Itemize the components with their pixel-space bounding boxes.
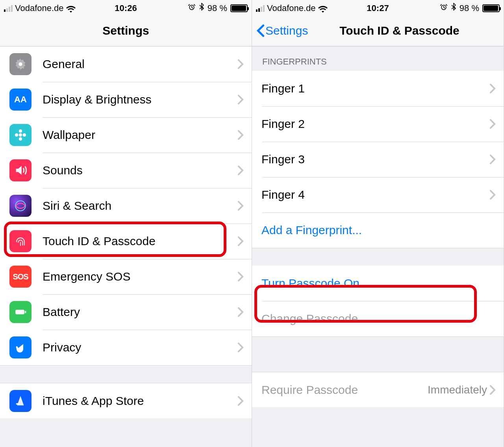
row-label: Wallpaper	[43, 128, 237, 142]
row-label: Turn Passcode On	[261, 277, 496, 290]
fingerprint-row[interactable]: Finger 1	[252, 71, 504, 106]
flower-icon	[9, 124, 32, 146]
settings-row-general[interactable]: General	[0, 46, 252, 82]
chevron-right-icon	[237, 130, 244, 140]
change-passcode-row[interactable]: Change Passcode	[252, 301, 504, 336]
row-label: Finger 2	[261, 117, 489, 131]
chevron-right-icon	[237, 236, 244, 246]
settings-row-siri[interactable]: Siri & Search	[0, 188, 252, 224]
settings-row-privacy[interactable]: Privacy	[0, 330, 252, 365]
chevron-right-icon	[489, 119, 496, 129]
fingerprint-row[interactable]: Finger 3	[252, 142, 504, 177]
svg-point-3	[19, 129, 22, 133]
back-label: Settings	[265, 24, 308, 37]
nav-bar: Settings Touch ID & Passcode	[252, 15, 504, 46]
row-label: Add a Fingerprint...	[261, 224, 496, 237]
row-value: Immediately	[428, 384, 487, 396]
svg-point-6	[23, 133, 26, 137]
fingerprint-row[interactable]: Finger 4	[252, 177, 504, 212]
fingerprints-list: Finger 1 Finger 2 Finger 3 Finger 4 Add …	[252, 71, 504, 248]
text-size-icon: AA	[9, 89, 32, 111]
wifi-icon	[318, 5, 328, 12]
clock: 10:26	[115, 3, 137, 13]
chevron-right-icon	[489, 190, 496, 200]
require-passcode-row[interactable]: Require Passcode Immediately	[252, 372, 504, 407]
settings-row-touchid[interactable]: Touch ID & Passcode	[0, 224, 252, 259]
alarm-icon	[440, 3, 448, 13]
back-button[interactable]: Settings	[257, 24, 308, 37]
chevron-right-icon	[237, 396, 244, 406]
settings-row-sos[interactable]: SOS Emergency SOS	[0, 259, 252, 294]
battery-percent: 98 %	[208, 3, 227, 13]
turn-passcode-on-row[interactable]: Turn Passcode On	[252, 266, 504, 301]
settings-row-sounds[interactable]: Sounds	[0, 153, 252, 188]
row-label: Require Passcode	[261, 383, 428, 397]
chevron-right-icon	[237, 59, 244, 69]
alarm-icon	[188, 3, 196, 13]
row-label: Sounds	[43, 164, 237, 177]
row-label: Battery	[43, 305, 237, 319]
svg-rect-9	[25, 311, 26, 313]
page-title: Settings	[0, 24, 252, 37]
battery-percent: 98 %	[460, 3, 479, 13]
status-bar: Vodafone.de 10:27 98 %	[252, 0, 504, 15]
speaker-icon	[9, 159, 32, 181]
settings-row-wallpaper[interactable]: Wallpaper	[0, 117, 252, 153]
row-label: Siri & Search	[43, 199, 237, 212]
siri-icon	[9, 195, 32, 217]
carrier-label: Vodafone.de	[15, 3, 64, 13]
battery-row-icon	[9, 301, 32, 323]
settings-list: General AA Display & Brightness Wallpape…	[0, 46, 252, 365]
status-bar: Vodafone.de 10:26 98 %	[0, 0, 252, 15]
svg-point-7	[15, 201, 26, 211]
settings-row-display[interactable]: AA Display & Brightness	[0, 82, 252, 117]
chevron-right-icon	[237, 94, 244, 105]
settings-root-pane: Vodafone.de 10:26 98 % Settings General	[0, 0, 252, 447]
chevron-right-icon	[237, 342, 244, 353]
row-label: Touch ID & Passcode	[43, 235, 237, 248]
chevron-right-icon	[489, 83, 496, 94]
section-gap	[0, 365, 252, 383]
hand-icon	[9, 336, 32, 358]
svg-rect-10	[16, 403, 20, 405]
bluetooth-icon	[199, 3, 204, 14]
svg-point-5	[15, 133, 19, 137]
chevron-right-icon	[237, 307, 244, 317]
svg-rect-8	[15, 310, 24, 314]
row-label: Finger 1	[261, 82, 489, 95]
settings-row-itunes[interactable]: iTunes & App Store	[0, 383, 252, 418]
nav-bar: Settings	[0, 15, 252, 46]
carrier-label: Vodafone.de	[267, 3, 316, 13]
row-label: Finger 3	[261, 153, 489, 166]
sos-icon: SOS	[9, 266, 32, 288]
row-label: iTunes & App Store	[43, 394, 237, 408]
chevron-right-icon	[237, 272, 244, 282]
settings-row-battery[interactable]: Battery	[0, 294, 252, 330]
fingerprint-icon	[9, 230, 32, 252]
section-gap	[252, 336, 504, 372]
signal-icon	[4, 5, 13, 12]
add-fingerprint-row[interactable]: Add a Fingerprint...	[252, 212, 504, 248]
clock: 10:27	[367, 3, 389, 13]
svg-point-4	[19, 137, 22, 141]
chevron-right-icon	[237, 165, 244, 175]
row-label: Display & Brightness	[43, 93, 237, 106]
chevron-right-icon	[489, 154, 496, 164]
chevron-right-icon	[489, 385, 496, 395]
section-gap	[252, 248, 504, 266]
battery-icon	[230, 4, 248, 12]
signal-icon	[256, 5, 265, 12]
row-label: Finger 4	[261, 188, 489, 201]
fingerprints-header: FINGERPRINTS	[252, 46, 504, 71]
touchid-pane: Vodafone.de 10:27 98 % Settings Touch ID…	[252, 0, 504, 447]
row-label: Emergency SOS	[43, 270, 237, 283]
battery-icon	[482, 4, 500, 12]
row-label: Privacy	[43, 341, 237, 354]
appstore-icon	[9, 390, 32, 412]
chevron-right-icon	[237, 201, 244, 211]
fingerprint-row[interactable]: Finger 2	[252, 106, 504, 142]
row-label: General	[43, 57, 237, 71]
bluetooth-icon	[451, 3, 456, 14]
svg-point-2	[19, 133, 22, 137]
row-label: Change Passcode	[261, 312, 496, 325]
